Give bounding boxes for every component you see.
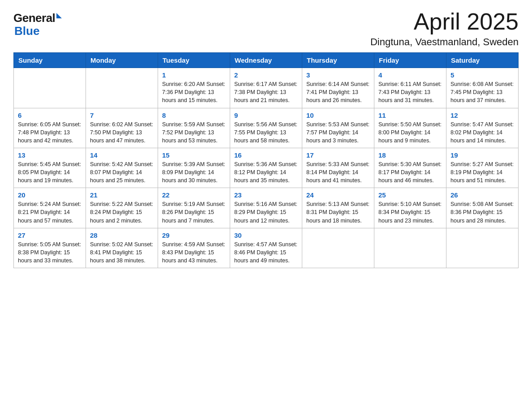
day-number: 7 bbox=[90, 111, 154, 119]
title-block: April 2025 Dingtuna, Vaestmanland, Swede… bbox=[370, 9, 519, 48]
day-info: Sunrise: 6:20 AM Sunset: 7:36 PM Dayligh… bbox=[162, 80, 226, 104]
weekday-header-tuesday: Tuesday bbox=[158, 53, 230, 68]
calendar-cell: 23Sunrise: 5:16 AM Sunset: 8:29 PM Dayli… bbox=[230, 188, 302, 228]
day-number: 27 bbox=[18, 231, 82, 239]
calendar-week-row: 1Sunrise: 6:20 AM Sunset: 7:36 PM Daylig… bbox=[14, 68, 519, 108]
calendar-cell bbox=[86, 68, 158, 108]
calendar-cell: 22Sunrise: 5:19 AM Sunset: 8:26 PM Dayli… bbox=[158, 188, 230, 228]
calendar-cell: 19Sunrise: 5:27 AM Sunset: 8:19 PM Dayli… bbox=[446, 148, 519, 188]
calendar-cell: 1Sunrise: 6:20 AM Sunset: 7:36 PM Daylig… bbox=[158, 68, 230, 108]
day-number: 16 bbox=[234, 151, 298, 159]
page-title: April 2025 bbox=[370, 9, 519, 34]
day-number: 2 bbox=[234, 71, 298, 79]
weekday-header-monday: Monday bbox=[86, 53, 158, 68]
calendar-week-row: 20Sunrise: 5:24 AM Sunset: 8:21 PM Dayli… bbox=[14, 188, 519, 228]
logo: General Blue bbox=[13, 9, 62, 38]
day-info: Sunrise: 4:59 AM Sunset: 8:43 PM Dayligh… bbox=[162, 240, 226, 265]
day-info: Sunrise: 5:42 AM Sunset: 8:07 PM Dayligh… bbox=[90, 160, 154, 184]
day-info: Sunrise: 6:14 AM Sunset: 7:41 PM Dayligh… bbox=[306, 80, 370, 104]
day-info: Sunrise: 5:16 AM Sunset: 8:29 PM Dayligh… bbox=[234, 200, 298, 224]
day-info: Sunrise: 6:08 AM Sunset: 7:45 PM Dayligh… bbox=[450, 80, 514, 104]
calendar-cell: 14Sunrise: 5:42 AM Sunset: 8:07 PM Dayli… bbox=[86, 148, 158, 188]
day-info: Sunrise: 5:33 AM Sunset: 8:14 PM Dayligh… bbox=[306, 160, 370, 184]
day-info: Sunrise: 4:57 AM Sunset: 8:46 PM Dayligh… bbox=[234, 240, 298, 265]
calendar-cell: 21Sunrise: 5:22 AM Sunset: 8:24 PM Dayli… bbox=[86, 188, 158, 228]
day-number: 24 bbox=[306, 191, 370, 199]
day-number: 25 bbox=[378, 191, 442, 199]
calendar-cell: 9Sunrise: 5:56 AM Sunset: 7:55 PM Daylig… bbox=[230, 108, 302, 148]
weekday-header-thursday: Thursday bbox=[302, 53, 374, 68]
calendar-cell: 30Sunrise: 4:57 AM Sunset: 8:46 PM Dayli… bbox=[230, 228, 302, 268]
day-number: 3 bbox=[306, 71, 370, 79]
day-number: 6 bbox=[18, 111, 82, 119]
day-number: 22 bbox=[162, 191, 226, 199]
calendar-cell: 26Sunrise: 5:08 AM Sunset: 8:36 PM Dayli… bbox=[446, 188, 519, 228]
day-number: 17 bbox=[306, 151, 370, 159]
calendar-cell: 11Sunrise: 5:50 AM Sunset: 8:00 PM Dayli… bbox=[374, 108, 446, 148]
day-info: Sunrise: 5:53 AM Sunset: 7:57 PM Dayligh… bbox=[306, 120, 370, 145]
logo-general-text: General bbox=[13, 11, 55, 25]
calendar-cell bbox=[374, 228, 446, 268]
calendar-cell: 28Sunrise: 5:02 AM Sunset: 8:41 PM Dayli… bbox=[86, 228, 158, 268]
day-number: 20 bbox=[18, 191, 82, 199]
calendar-cell: 20Sunrise: 5:24 AM Sunset: 8:21 PM Dayli… bbox=[14, 188, 86, 228]
calendar-cell: 18Sunrise: 5:30 AM Sunset: 8:17 PM Dayli… bbox=[374, 148, 446, 188]
calendar-cell: 29Sunrise: 4:59 AM Sunset: 8:43 PM Dayli… bbox=[158, 228, 230, 268]
day-info: Sunrise: 5:19 AM Sunset: 8:26 PM Dayligh… bbox=[162, 200, 226, 224]
day-info: Sunrise: 6:02 AM Sunset: 7:50 PM Dayligh… bbox=[90, 120, 154, 145]
day-number: 30 bbox=[234, 231, 298, 239]
calendar-table: SundayMondayTuesdayWednesdayThursdayFrid… bbox=[13, 52, 519, 268]
calendar-cell: 13Sunrise: 5:45 AM Sunset: 8:05 PM Dayli… bbox=[14, 148, 86, 188]
day-info: Sunrise: 5:30 AM Sunset: 8:17 PM Dayligh… bbox=[378, 160, 442, 184]
day-number: 10 bbox=[306, 111, 370, 119]
calendar-cell: 6Sunrise: 6:05 AM Sunset: 7:48 PM Daylig… bbox=[14, 108, 86, 148]
day-info: Sunrise: 5:10 AM Sunset: 8:34 PM Dayligh… bbox=[378, 200, 442, 224]
day-number: 29 bbox=[162, 231, 226, 239]
calendar-cell: 8Sunrise: 5:59 AM Sunset: 7:52 PM Daylig… bbox=[158, 108, 230, 148]
weekday-header-friday: Friday bbox=[374, 53, 446, 68]
weekday-header-sunday: Sunday bbox=[14, 53, 86, 68]
calendar-week-row: 13Sunrise: 5:45 AM Sunset: 8:05 PM Dayli… bbox=[14, 148, 519, 188]
calendar-cell: 15Sunrise: 5:39 AM Sunset: 8:09 PM Dayli… bbox=[158, 148, 230, 188]
day-number: 1 bbox=[162, 71, 226, 79]
day-info: Sunrise: 5:13 AM Sunset: 8:31 PM Dayligh… bbox=[306, 200, 370, 224]
day-info: Sunrise: 5:59 AM Sunset: 7:52 PM Dayligh… bbox=[162, 120, 226, 145]
day-number: 13 bbox=[18, 151, 82, 159]
day-number: 26 bbox=[450, 191, 514, 199]
logo-blue-text: Blue bbox=[14, 24, 39, 38]
day-number: 15 bbox=[162, 151, 226, 159]
page-header: General Blue April 2025 Dingtuna, Vaestm… bbox=[13, 9, 519, 48]
day-info: Sunrise: 5:02 AM Sunset: 8:41 PM Dayligh… bbox=[90, 240, 154, 265]
day-number: 23 bbox=[234, 191, 298, 199]
day-number: 11 bbox=[378, 111, 442, 119]
day-info: Sunrise: 5:08 AM Sunset: 8:36 PM Dayligh… bbox=[450, 200, 514, 224]
day-info: Sunrise: 5:56 AM Sunset: 7:55 PM Dayligh… bbox=[234, 120, 298, 145]
calendar-header-row: SundayMondayTuesdayWednesdayThursdayFrid… bbox=[14, 53, 519, 68]
day-info: Sunrise: 6:17 AM Sunset: 7:38 PM Dayligh… bbox=[234, 80, 298, 104]
calendar-cell: 16Sunrise: 5:36 AM Sunset: 8:12 PM Dayli… bbox=[230, 148, 302, 188]
weekday-header-wednesday: Wednesday bbox=[230, 53, 302, 68]
day-info: Sunrise: 6:11 AM Sunset: 7:43 PM Dayligh… bbox=[378, 80, 442, 104]
calendar-cell bbox=[446, 228, 519, 268]
day-number: 8 bbox=[162, 111, 226, 119]
day-number: 19 bbox=[450, 151, 514, 159]
day-number: 9 bbox=[234, 111, 298, 119]
calendar-week-row: 27Sunrise: 5:05 AM Sunset: 8:38 PM Dayli… bbox=[14, 228, 519, 268]
calendar-cell: 7Sunrise: 6:02 AM Sunset: 7:50 PM Daylig… bbox=[86, 108, 158, 148]
day-info: Sunrise: 5:05 AM Sunset: 8:38 PM Dayligh… bbox=[18, 240, 82, 265]
calendar-cell: 4Sunrise: 6:11 AM Sunset: 7:43 PM Daylig… bbox=[374, 68, 446, 108]
day-info: Sunrise: 5:27 AM Sunset: 8:19 PM Dayligh… bbox=[450, 160, 514, 184]
day-info: Sunrise: 5:50 AM Sunset: 8:00 PM Dayligh… bbox=[378, 120, 442, 145]
day-number: 21 bbox=[90, 191, 154, 199]
calendar-cell bbox=[14, 68, 86, 108]
weekday-header-saturday: Saturday bbox=[446, 53, 519, 68]
calendar-week-row: 6Sunrise: 6:05 AM Sunset: 7:48 PM Daylig… bbox=[14, 108, 519, 148]
calendar-cell: 10Sunrise: 5:53 AM Sunset: 7:57 PM Dayli… bbox=[302, 108, 374, 148]
logo-arrow-icon bbox=[56, 13, 62, 18]
calendar-cell: 5Sunrise: 6:08 AM Sunset: 7:45 PM Daylig… bbox=[446, 68, 519, 108]
day-number: 12 bbox=[450, 111, 514, 119]
day-info: Sunrise: 5:24 AM Sunset: 8:21 PM Dayligh… bbox=[18, 200, 82, 224]
day-info: Sunrise: 5:45 AM Sunset: 8:05 PM Dayligh… bbox=[18, 160, 82, 184]
calendar-cell: 3Sunrise: 6:14 AM Sunset: 7:41 PM Daylig… bbox=[302, 68, 374, 108]
calendar-cell: 2Sunrise: 6:17 AM Sunset: 7:38 PM Daylig… bbox=[230, 68, 302, 108]
